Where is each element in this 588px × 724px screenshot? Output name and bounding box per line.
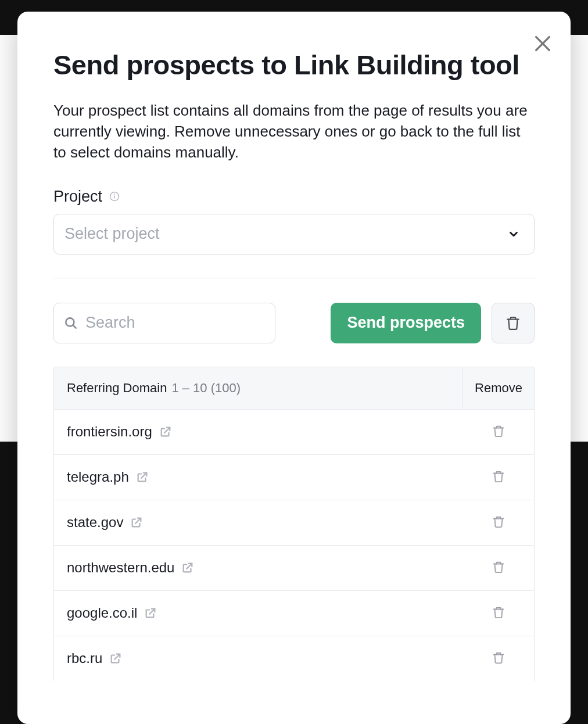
domain-cell[interactable]: frontiersin.org (54, 424, 463, 440)
external-link-icon (144, 607, 157, 619)
close-button[interactable] (530, 31, 555, 57)
table-row: state.gov (54, 500, 534, 545)
domain-text: telegra.ph (67, 469, 129, 485)
trash-icon (492, 424, 505, 438)
project-select[interactable]: Select project (53, 214, 535, 255)
remove-row-button[interactable] (492, 469, 505, 485)
remove-cell (463, 469, 534, 485)
col-header-remove: Remove (463, 381, 534, 396)
svg-line-6 (73, 325, 76, 328)
external-link-icon (130, 516, 143, 529)
prospects-table: Referring Domain 1 – 10 (100) Remove fro… (53, 367, 535, 681)
close-icon (533, 34, 553, 53)
project-label-text: Project (53, 188, 102, 206)
remove-row-button[interactable] (492, 560, 505, 576)
trash-icon (492, 605, 505, 619)
table-header: Referring Domain 1 – 10 (100) Remove (54, 367, 534, 409)
search-input[interactable] (85, 314, 266, 332)
table-row: rbc.ru (54, 636, 534, 681)
table-row: northwestern.edu (54, 545, 534, 590)
project-select-placeholder: Select project (64, 225, 160, 243)
trash-icon (492, 515, 505, 529)
remove-row-button[interactable] (492, 605, 505, 621)
domain-text: state.gov (67, 514, 123, 531)
table-row: frontiersin.org (54, 409, 534, 454)
table-row: telegra.ph (54, 454, 534, 500)
domain-text: northwestern.edu (67, 560, 174, 576)
chevron-down-icon (507, 228, 520, 241)
search-icon (63, 316, 78, 331)
domain-text: rbc.ru (67, 650, 102, 666)
external-link-icon (109, 652, 122, 665)
modal-title: Send prospects to Link Building tool (53, 50, 535, 80)
remove-cell (463, 651, 534, 666)
project-label: Project (53, 188, 535, 206)
external-link-icon (181, 561, 194, 574)
action-row: Send prospects (53, 303, 535, 343)
info-icon (109, 191, 120, 202)
col-header-domain-text: Referring Domain (67, 381, 167, 396)
domain-cell[interactable]: telegra.ph (54, 469, 463, 485)
domain-text: frontiersin.org (67, 424, 152, 440)
remove-row-button[interactable] (492, 651, 505, 666)
remove-cell (463, 560, 534, 576)
divider (53, 278, 535, 278)
domain-cell[interactable]: state.gov (54, 514, 463, 531)
svg-rect-3 (114, 196, 115, 199)
external-link-icon (136, 471, 149, 483)
domain-cell[interactable]: rbc.ru (54, 650, 463, 666)
modal-description: Your prospect list contains all domains … (53, 100, 535, 163)
trash-icon (492, 560, 505, 574)
table-row: google.co.il (54, 590, 534, 636)
send-prospects-button[interactable]: Send prospects (331, 303, 481, 343)
remove-row-button[interactable] (492, 515, 505, 531)
remove-row-button[interactable] (492, 424, 505, 440)
col-header-domain: Referring Domain 1 – 10 (100) (54, 367, 463, 409)
domain-cell[interactable]: google.co.il (54, 605, 463, 621)
svg-point-4 (114, 194, 115, 195)
domain-text: google.co.il (67, 605, 137, 621)
external-link-icon (159, 425, 172, 438)
trash-icon (505, 315, 521, 331)
remove-cell (463, 515, 534, 531)
trash-icon (492, 651, 505, 665)
trash-icon (492, 469, 505, 483)
remove-cell (463, 605, 534, 621)
col-header-domain-range: 1 – 10 (100) (171, 381, 241, 396)
delete-all-button[interactable] (492, 303, 535, 343)
send-prospects-modal: Send prospects to Link Building tool You… (17, 12, 571, 724)
search-input-wrapper[interactable] (53, 303, 275, 343)
remove-cell (463, 424, 534, 440)
domain-cell[interactable]: northwestern.edu (54, 560, 463, 576)
